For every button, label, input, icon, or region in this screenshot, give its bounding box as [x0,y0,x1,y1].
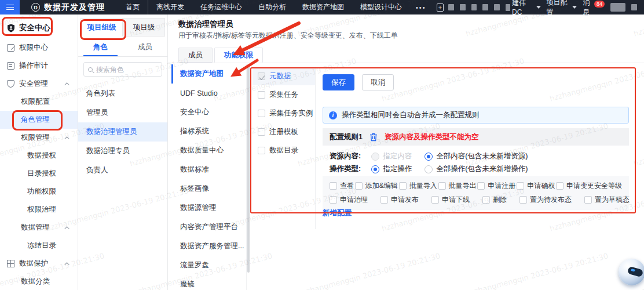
sidebar-item[interactable]: 操作审计 [0,57,78,75]
action-checkbox[interactable]: 申请变更安全等级 [556,181,622,191]
function-module-item[interactable]: 数据源管理 [171,198,246,217]
function-module-item[interactable]: 安全中心 [171,103,246,122]
scope-tab[interactable]: 项目组级 [80,18,123,37]
action-checkbox[interactable]: 申请确权 [517,181,555,191]
checkbox[interactable] [258,110,265,117]
role-list-item[interactable]: 负责人 [78,161,167,180]
resource-item[interactable]: 注册模板 [253,122,315,141]
checkbox[interactable] [399,182,407,190]
resource-item[interactable]: 采集任务实例 [253,104,315,122]
radio-icon[interactable] [371,165,379,173]
sidebar-title-security-center[interactable]: 安全中心 [0,19,78,37]
save-button[interactable]: 保存 [323,74,354,90]
checkbox[interactable] [258,72,265,80]
action-checkbox[interactable]: 查看 [330,181,354,191]
checkbox[interactable] [258,128,265,136]
action-checkbox[interactable]: 申请注册 [477,181,515,191]
add-workspace-icon[interactable]: + [437,3,444,12]
checkbox[interactable] [519,196,527,204]
top-nav-item[interactable]: 离线开发 [148,0,192,14]
detail-tab[interactable]: 成员 [178,48,213,63]
action-checkbox[interactable]: 批量导出 [438,181,477,191]
radio-option[interactable]: 指定操作 [371,164,412,174]
checkbox[interactable] [431,196,439,204]
sidebar-item[interactable]: 角色管理 [0,111,78,129]
action-checkbox[interactable]: 申请治理 [330,195,368,205]
function-module-item[interactable]: 数据资产地图 [171,64,246,84]
checkbox[interactable] [330,182,337,190]
action-checkbox[interactable]: 置为草稿态 [584,195,630,205]
checkbox[interactable] [438,182,446,190]
checkbox[interactable] [258,91,265,99]
subtab[interactable]: 角色 [78,38,123,56]
scrollbar-thumb[interactable] [247,67,250,273]
function-module-item[interactable]: 标签画像 [171,179,246,198]
scope-tab[interactable]: 项目级 [123,18,165,37]
checkbox[interactable] [380,196,388,204]
ai-assistant-widget[interactable] [619,259,644,285]
sidebar-item[interactable]: 数据管理 [0,219,78,237]
sidebar-item[interactable]: 安全管理 [0,75,78,93]
checkbox[interactable] [584,196,592,204]
role-list-item[interactable]: 数据治理管理员 [78,122,167,142]
radio-icon[interactable] [425,153,433,161]
action-checkbox[interactable]: 添加&编辑 [355,181,398,191]
action-checkbox[interactable]: 申请下线 [431,195,470,205]
project-selector[interactable]: 建伟DC [506,0,541,16]
radio-icon[interactable] [371,153,379,161]
checkbox[interactable] [330,196,337,204]
sidebar-item[interactable]: 功能权限 [0,183,78,201]
function-module-item[interactable]: 流量罗盘 [171,256,246,275]
role-list-item[interactable]: 管理员 [78,103,167,122]
top-nav-item[interactable]: 模型设计中心 [352,0,410,14]
radio-icon[interactable] [425,165,433,173]
more-menu-icon[interactable]: ••• [410,4,432,11]
sidebar-item[interactable]: 数据分类 [0,273,78,290]
top-nav-item[interactable]: 首页 [118,0,148,14]
cancel-button[interactable]: 取消 [362,74,394,90]
resource-item[interactable]: 元数据 [253,67,315,85]
radio-option[interactable]: 指定内容 [371,151,412,161]
sidebar-item[interactable]: 权限治理 [0,201,78,219]
radio-option[interactable]: 全部操作(包含未来新增操作) [425,164,528,174]
function-module-item[interactable]: 数据标准 [171,160,246,179]
messages-menu[interactable]: 消息 84 [583,0,605,17]
sidebar-item[interactable]: 数据保护 [0,255,78,273]
checkbox[interactable] [517,182,524,190]
checkbox[interactable] [258,147,265,154]
hamburger-menu-icon[interactable] [0,0,20,14]
sidebar-item[interactable]: 目录授权 [0,165,78,183]
radio-option[interactable]: 全部内容(包含未来新增资源) [425,151,528,161]
add-config-link[interactable]: 新增配置 [323,208,352,218]
sidebar-item[interactable]: 权限配置 [0,93,78,111]
action-checkbox[interactable]: 申请发布 [380,195,419,205]
top-nav-item[interactable]: 任务运维中心 [192,0,250,14]
sidebar-item[interactable]: 权限管理 [0,129,78,147]
action-checkbox[interactable]: 置为待发布态 [519,195,572,205]
user-avatar[interactable] [610,3,625,12]
function-module-item[interactable]: 指标系统 [171,122,246,141]
project-config-menu[interactable]: 项目配置 [547,0,577,17]
sidebar-item[interactable]: 冻结目录 [0,237,78,255]
action-checkbox[interactable]: 批量导入 [399,181,437,191]
role-search-input[interactable] [96,66,158,74]
delete-rule-icon[interactable] [369,133,378,142]
role-list-item[interactable]: 数据治理专员 [78,142,167,161]
checkbox[interactable] [482,196,490,204]
resource-item[interactable]: 数据目录 [253,141,315,160]
checkbox[interactable] [556,182,564,190]
role-list-item[interactable]: 角色列表 [78,84,167,103]
detail-tab[interactable]: 功能权限 [214,48,263,63]
checkbox[interactable] [355,182,363,190]
resource-item[interactable]: 采集任务 [253,85,315,104]
sidebar-item[interactable]: 数据授权 [0,147,78,165]
action-checkbox[interactable]: 删除 [482,195,507,205]
top-nav-item[interactable]: 数据资产地图 [294,0,352,14]
function-module-item[interactable]: 内容资产管理平台 [171,217,246,237]
function-module-item[interactable]: UDF Studio [171,84,246,103]
checkbox[interactable] [477,182,485,190]
subtab[interactable]: 成员 [123,38,167,56]
function-module-item[interactable]: 数据质量中心 [171,141,246,160]
function-module-item[interactable]: 魔镜 [171,275,246,290]
function-module-item[interactable]: 数据资产服务管理... [171,237,246,256]
